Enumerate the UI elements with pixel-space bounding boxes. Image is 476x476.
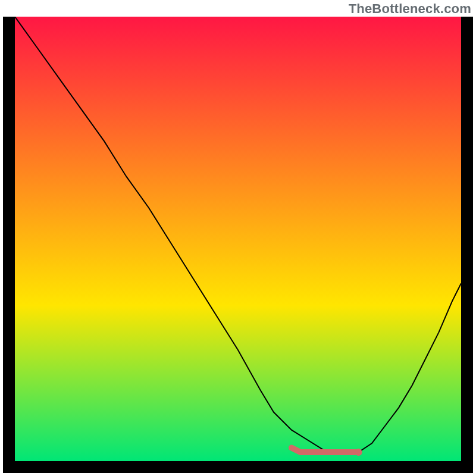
chart-frame: TheBottleneck.com: [0, 0, 476, 476]
axis-bottom: [3, 461, 473, 473]
plot-area: [15, 17, 461, 461]
optimal-endpoint: [355, 449, 362, 456]
gradient-background: [15, 17, 461, 461]
plot-outer: [3, 17, 473, 473]
chart-svg: [15, 17, 461, 461]
watermark-text: TheBottleneck.com: [349, 1, 471, 17]
axis-right: [461, 17, 473, 473]
axis-left: [3, 17, 15, 473]
